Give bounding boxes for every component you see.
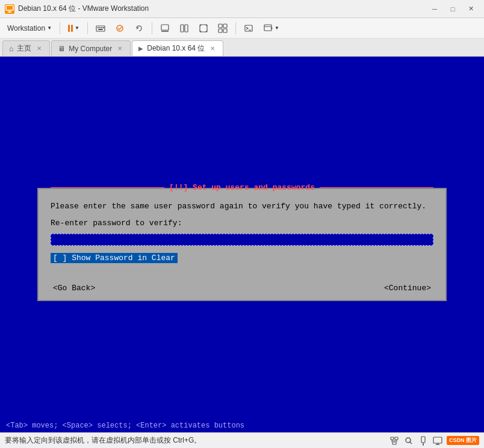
pause-icon — [68, 25, 73, 32]
dialog-line2: Re-enter password to verify: — [51, 217, 433, 229]
svg-rect-24 — [391, 437, 394, 440]
go-back-button[interactable]: <Go Back> — [51, 282, 98, 294]
svg-rect-26 — [392, 442, 396, 444]
svg-rect-6 — [101, 27, 102, 28]
window-title: Debian 10.x 64 位 - VMware Workstation — [18, 4, 426, 14]
unity-button[interactable] — [214, 20, 231, 36]
tab-mycomputer-icon: 🖥 — [58, 45, 65, 53]
dropdown-arrow: ▼ — [47, 25, 52, 31]
svg-line-31 — [410, 442, 412, 444]
vm-area[interactable]: [!!] Set up users and passwords Please e… — [0, 57, 484, 432]
snapshot-button[interactable] — [111, 20, 128, 36]
svg-rect-17 — [223, 24, 227, 28]
svg-rect-19 — [223, 29, 227, 33]
keyboard-icon — [96, 23, 105, 33]
svg-rect-0 — [6, 5, 13, 10]
view-button-2[interactable] — [176, 20, 193, 36]
svg-rect-3 — [96, 26, 105, 31]
toolbar-separator-2 — [87, 22, 88, 34]
svg-rect-22 — [264, 25, 271, 31]
toolbar-separator-4 — [235, 22, 236, 34]
csdn-badge: CSDN 图片 — [447, 436, 479, 445]
dialog-line1: Please enter the same user password agai… — [51, 201, 433, 213]
keyboard-hint: <Tab> moves; <Space> selects; <Enter> ac… — [0, 419, 484, 432]
view-icon-2 — [179, 23, 189, 33]
svg-point-34 — [423, 444, 424, 446]
svg-rect-5 — [99, 27, 101, 28]
view-button-1[interactable] — [157, 20, 173, 36]
close-button[interactable]: ✕ — [462, 3, 479, 15]
dialog-title-bracket: [!!] — [169, 183, 188, 192]
dialog-content: Please enter the same user password agai… — [39, 198, 445, 282]
svg-rect-16 — [219, 24, 222, 28]
revert-icon — [134, 23, 144, 33]
tab-home-close[interactable]: ✕ — [35, 45, 43, 52]
title-bar: Debian 10.x 64 位 - VMware Workstation ─ … — [0, 0, 484, 18]
keyboard-hint-text: <Tab> moves; <Space> selects; <Enter> ac… — [6, 422, 244, 430]
pause-button[interactable]: ▼ — [64, 20, 83, 36]
svg-marker-10 — [137, 26, 139, 30]
status-right: CSDN 图片 — [389, 435, 479, 446]
maximize-button[interactable]: □ — [444, 3, 461, 15]
toolbar-separator-3 — [152, 22, 152, 34]
view-icon-1 — [160, 23, 170, 33]
svg-rect-18 — [219, 29, 222, 33]
tab-home[interactable]: ⌂ 主页 ✕ — [2, 40, 50, 56]
status-bar: 要将输入定向到该虚拟机，请在虚拟机内部单击或按 Ctrl+G。 — [0, 432, 484, 448]
settings-button[interactable]: ▼ — [259, 20, 283, 36]
fullscreen-button[interactable] — [195, 20, 212, 36]
tab-debian[interactable]: ▶ Debian 10.x 64 位 ✕ — [132, 40, 223, 56]
tab-debian-icon: ▶ — [138, 45, 143, 52]
revert-button[interactable] — [131, 20, 147, 36]
tab-home-label: 主页 — [17, 43, 31, 54]
show-password-option[interactable]: [ ] Show Password in Clear — [51, 253, 433, 263]
title-line-right — [320, 187, 433, 188]
svg-rect-7 — [103, 27, 104, 28]
display-icon[interactable] — [432, 435, 443, 446]
search-icon[interactable] — [403, 435, 414, 446]
continue-button[interactable]: <Continue> — [382, 282, 433, 294]
svg-rect-4 — [98, 27, 99, 28]
usb-icon[interactable] — [418, 435, 429, 446]
pause-dropdown: ▼ — [75, 25, 79, 31]
settings-icon — [263, 23, 273, 33]
unity-icon — [218, 23, 228, 33]
network-icon[interactable] — [389, 435, 400, 446]
dialog-buttons: <Go Back> <Continue> — [39, 282, 445, 300]
svg-point-30 — [406, 438, 411, 443]
dialog-title-main: Set up users and passwords — [188, 183, 315, 192]
svg-rect-8 — [98, 29, 103, 30]
tab-mycomputer-close[interactable]: ✕ — [116, 45, 124, 52]
toolbar: Workstation ▼ ▼ — [0, 18, 484, 39]
title-line-left — [51, 187, 164, 188]
svg-rect-35 — [433, 437, 442, 443]
console-button[interactable] — [240, 20, 257, 36]
dialog-title-text: [!!] Set up users and passwords — [164, 183, 320, 192]
svg-rect-13 — [181, 25, 184, 32]
window-controls: ─ □ ✕ — [426, 3, 479, 15]
snapshot-icon — [115, 23, 125, 33]
app-icon — [5, 4, 14, 14]
toolbar-separator-1 — [60, 22, 60, 34]
show-password-label: [ ] Show Password in Clear — [51, 253, 178, 263]
svg-rect-15 — [200, 25, 207, 32]
svg-rect-32 — [421, 437, 425, 443]
workstation-menu[interactable]: Workstation ▼ — [4, 20, 55, 36]
tab-bar: ⌂ 主页 ✕ 🖥 My Computer ✕ ▶ Debian 10.x 64 … — [0, 39, 484, 57]
svg-rect-14 — [185, 25, 188, 32]
dialog-box: [!!] Set up users and passwords Please e… — [37, 188, 447, 301]
tab-mycomputer-label: My Computer — [69, 45, 112, 53]
console-icon — [244, 23, 253, 33]
tab-debian-close[interactable]: ✕ — [208, 45, 217, 52]
status-hint: 要将输入定向到该虚拟机，请在虚拟机内部单击或按 Ctrl+G。 — [5, 435, 201, 446]
workstation-label: Workstation — [7, 24, 45, 33]
svg-rect-25 — [395, 437, 398, 440]
svg-rect-11 — [161, 25, 169, 30]
send-ctrlaltdel-button[interactable] — [92, 20, 109, 36]
password-input-field[interactable] — [51, 234, 433, 246]
fullscreen-icon — [199, 23, 208, 33]
tab-mycomputer[interactable]: 🖥 My Computer ✕ — [51, 40, 131, 56]
dialog-title-bar: [!!] Set up users and passwords — [51, 183, 433, 192]
minimize-button[interactable]: ─ — [426, 3, 443, 15]
tab-home-icon: ⌂ — [9, 45, 13, 53]
